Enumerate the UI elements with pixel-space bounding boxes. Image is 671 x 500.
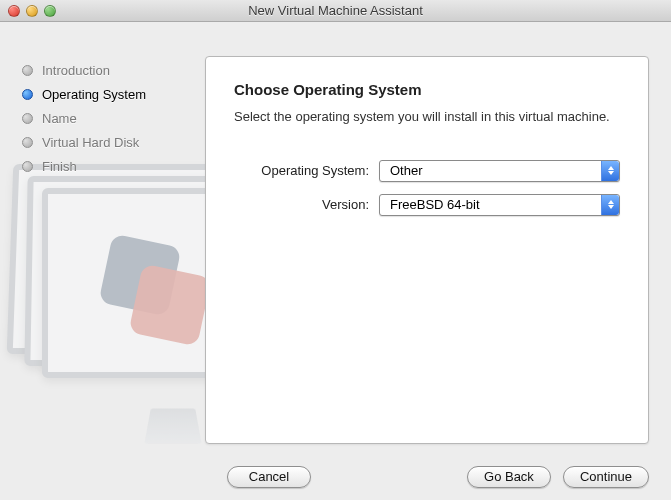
chevron-updown-icon bbox=[601, 195, 619, 215]
button-bar: Cancel Go Back Continue bbox=[0, 454, 671, 500]
go-back-button[interactable]: Go Back bbox=[467, 466, 551, 488]
step-name: Name bbox=[22, 106, 205, 130]
window-title: New Virtual Machine Assistant bbox=[0, 3, 671, 18]
bullet-icon bbox=[22, 113, 33, 124]
cancel-button[interactable]: Cancel bbox=[227, 466, 311, 488]
os-row: Operating System: Other bbox=[234, 160, 620, 182]
step-operating-system: Operating System bbox=[22, 82, 205, 106]
bullet-icon bbox=[22, 137, 33, 148]
panel-heading: Choose Operating System bbox=[234, 81, 620, 98]
zoom-icon[interactable] bbox=[44, 5, 56, 17]
minimize-icon[interactable] bbox=[26, 5, 38, 17]
step-label: Virtual Hard Disk bbox=[42, 135, 139, 150]
os-select-value: Other bbox=[380, 163, 601, 178]
step-finish: Finish bbox=[22, 154, 205, 178]
version-label: Version: bbox=[234, 197, 369, 212]
continue-button[interactable]: Continue bbox=[563, 466, 649, 488]
titlebar: New Virtual Machine Assistant bbox=[0, 0, 671, 22]
bullet-icon bbox=[22, 65, 33, 76]
os-select[interactable]: Other bbox=[379, 160, 620, 182]
bullet-icon bbox=[22, 89, 33, 100]
main-panel: Choose Operating System Select the opera… bbox=[205, 56, 649, 444]
step-introduction: Introduction bbox=[22, 58, 205, 82]
chevron-updown-icon bbox=[601, 161, 619, 181]
os-label: Operating System: bbox=[234, 163, 369, 178]
bullet-icon bbox=[22, 161, 33, 172]
step-label: Introduction bbox=[42, 63, 110, 78]
step-label: Name bbox=[42, 111, 77, 126]
step-virtual-hard-disk: Virtual Hard Disk bbox=[22, 130, 205, 154]
step-label: Operating System bbox=[42, 87, 146, 102]
steps-sidebar: Introduction Operating System Name Virtu… bbox=[0, 22, 205, 454]
version-select-value: FreeBSD 64-bit bbox=[380, 197, 601, 212]
version-select[interactable]: FreeBSD 64-bit bbox=[379, 194, 620, 216]
panel-description: Select the operating system you will ins… bbox=[234, 108, 620, 126]
window-controls bbox=[0, 5, 56, 17]
close-icon[interactable] bbox=[8, 5, 20, 17]
step-label: Finish bbox=[42, 159, 77, 174]
version-row: Version: FreeBSD 64-bit bbox=[234, 194, 620, 216]
